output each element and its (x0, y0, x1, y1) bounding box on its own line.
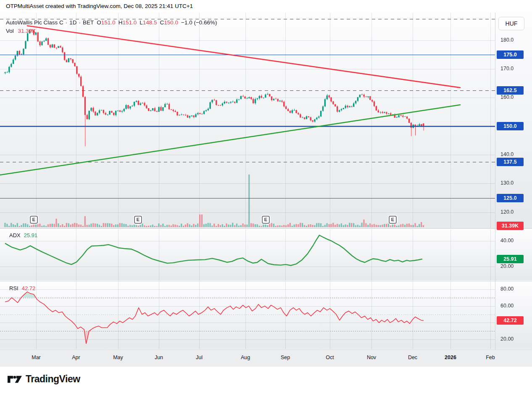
rsi-axis-label: 80.00 (500, 286, 514, 292)
adx-value-badge: 25.91 (497, 255, 524, 263)
adx-legend: ADX25.91 (9, 232, 37, 238)
price-level-badge: 162.5 (497, 86, 524, 95)
time-axis-label[interactable]: 2026 (438, 355, 463, 360)
legend-line-2: Vol 31.39K (6, 27, 217, 35)
close-value: 150.0 (164, 19, 178, 26)
tradingview-snapshot: OTPMultiAsset created with TradingView.c… (0, 0, 532, 397)
time-axis-label[interactable]: Aug (233, 355, 258, 360)
price-level-badge: 175.0 (497, 50, 524, 59)
change-value: −1.0 (−0.66%) (181, 19, 217, 26)
tradingview-logo[interactable]: TradingView (8, 373, 80, 385)
adx-axis-label: 40.00 (500, 238, 514, 243)
volume-value: 31.39K (18, 28, 36, 34)
price-axis-label: 130.0 (500, 180, 514, 186)
time-axis-label[interactable]: Sep (273, 355, 298, 360)
px-value-badge: 31.39K (497, 222, 524, 230)
chart-canvas[interactable] (0, 0, 532, 366)
legend-line-1: AutoWallis Plc Class C·1D·BETO151.0H151.… (6, 19, 217, 27)
rsi-axis-label: 20.00 (500, 336, 514, 342)
adx-title[interactable]: ADX (9, 232, 21, 238)
time-axis-label[interactable]: Nov (359, 355, 384, 360)
time-axis-label[interactable]: May (105, 355, 131, 360)
price-axis-label: 120.0 (500, 209, 514, 215)
low-value: 148.5 (143, 19, 157, 26)
price-level-badge: 150.0 (497, 122, 524, 130)
rsi-value-badge: 42.72 (497, 316, 524, 325)
open-label: O (97, 19, 101, 26)
symbol-title[interactable]: AutoWallis Plc Class C (6, 19, 63, 26)
high-value: 151.0 (122, 19, 137, 26)
adx-value: 25.91 (24, 232, 38, 238)
price-level-badge: 137.5 (497, 158, 524, 166)
time-axis-label[interactable]: Jul (187, 355, 212, 360)
separator-dot: · (79, 19, 81, 26)
footer: TradingView (0, 366, 532, 397)
high-label: H (119, 19, 123, 26)
time-axis[interactable]: MarAprMayJunJulAugSepOctNovDec2026Feb (0, 349, 532, 367)
rsi-title[interactable]: RSI (9, 285, 18, 291)
open-value: 151.0 (101, 19, 116, 26)
adx-axis-label: 20.00 (500, 263, 514, 269)
price-axis-label: 180.0 (500, 37, 514, 43)
tradingview-logo-icon (8, 374, 22, 385)
price-level-badge: 125.0 (497, 194, 524, 202)
exchange-label[interactable]: BET (83, 19, 94, 26)
volume-label: Vol (6, 28, 14, 34)
earnings-event-marker[interactable]: E (134, 216, 142, 224)
rsi-axis-label: 60.00 (500, 303, 514, 309)
currency-button[interactable]: HUF (498, 17, 524, 30)
price-axis-label: 160.0 (500, 94, 514, 100)
price-axis-label: 140.0 (500, 151, 514, 157)
symbol-legend: AutoWallis Plc Class C·1D·BETO151.0H151.… (6, 19, 217, 35)
time-axis-label[interactable]: Feb (478, 355, 503, 360)
price-axis-label: 170.0 (500, 66, 514, 71)
time-axis-label[interactable]: Oct (317, 355, 342, 360)
interval-label[interactable]: 1D (69, 19, 76, 26)
time-axis-label[interactable]: Apr (63, 355, 89, 360)
tradingview-logo-text: TradingView (26, 373, 80, 385)
time-axis-label[interactable]: Mar (24, 355, 49, 360)
earnings-event-marker[interactable]: E (30, 216, 38, 224)
earnings-event-marker[interactable]: E (389, 216, 397, 224)
rsi-value: 42.72 (22, 285, 36, 291)
low-label: L (140, 19, 143, 26)
time-axis-label[interactable]: Jun (146, 355, 171, 360)
time-axis-label[interactable]: Dec (400, 355, 425, 360)
earnings-event-marker[interactable]: E (262, 216, 270, 224)
rsi-legend: RSI42.72 (9, 285, 35, 291)
close-label: C (160, 19, 164, 26)
separator-dot: · (66, 19, 68, 26)
